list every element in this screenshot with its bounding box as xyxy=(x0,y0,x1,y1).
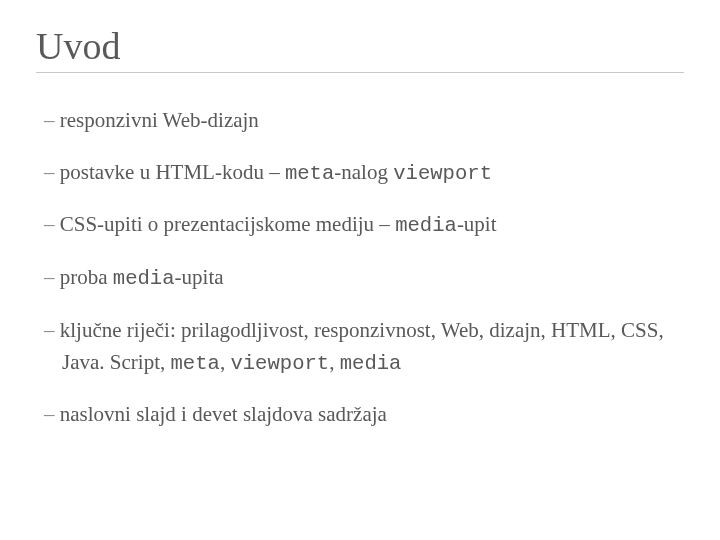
list-item: postavke u HTML-kodu – meta-nalog viewpo… xyxy=(44,157,684,190)
code-text: media xyxy=(113,267,175,290)
code-text: viewport xyxy=(393,162,492,185)
code-text: meta xyxy=(170,352,219,375)
list-item: CSS-upiti o prezentacijskome mediju – me… xyxy=(44,209,684,242)
code-text: media xyxy=(340,352,402,375)
list-item: naslovni slajd i devet slajdova sadržaja xyxy=(44,399,684,431)
bullet-text: responzivni Web-dizajn xyxy=(60,108,259,132)
list-item: proba media-upita xyxy=(44,262,684,295)
list-item: ključne riječi: prilagodljivost, responz… xyxy=(44,315,684,379)
bullet-text: -nalog xyxy=(334,160,393,184)
bullet-text: -upita xyxy=(175,265,224,289)
bullet-text: proba xyxy=(60,265,113,289)
bullet-text: , xyxy=(329,350,340,374)
bullet-text: , xyxy=(220,350,231,374)
slide-title: Uvod xyxy=(36,24,684,73)
bullet-text: -upit xyxy=(457,212,497,236)
bullet-list: responzivni Web-dizajn postavke u HTML-k… xyxy=(36,105,684,431)
code-text: meta xyxy=(285,162,334,185)
bullet-text: postavke u HTML-kodu – xyxy=(60,160,285,184)
code-text: viewport xyxy=(230,352,329,375)
bullet-text: naslovni slajd i devet slajdova sadržaja xyxy=(60,402,387,426)
list-item: responzivni Web-dizajn xyxy=(44,105,684,137)
code-text: media xyxy=(395,214,457,237)
bullet-text: CSS-upiti o prezentacijskome mediju – xyxy=(60,212,395,236)
